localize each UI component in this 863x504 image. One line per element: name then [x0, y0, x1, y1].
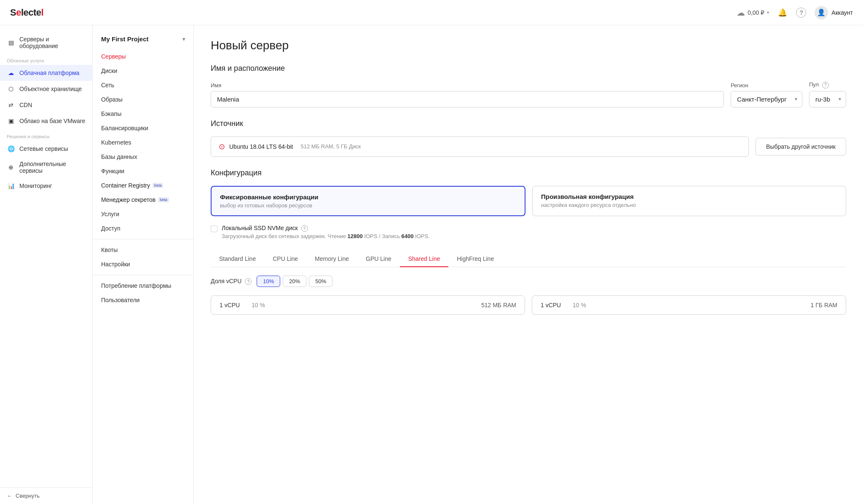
project-name: My First Project: [101, 35, 149, 43]
sidebar-item-object-storage[interactable]: ⬡ Объектное хранилище: [0, 81, 92, 97]
sidebar-item-servers[interactable]: ▤ Серверы и оборудование: [0, 32, 92, 53]
config-card-fixed[interactable]: Фиксированные конфигурации выбор из гото…: [211, 186, 525, 216]
logo-text: S: [10, 7, 16, 18]
sidebar-left: ▤ Серверы и оборудование Облачные услуги…: [0, 25, 93, 504]
sidebar-item-cloud[interactable]: ☁ Облачная платформа: [0, 65, 92, 81]
pool-group: Пул ? ru-3b ▾: [809, 81, 846, 107]
cloud-platform-icon: ☁: [7, 69, 15, 77]
sidebar-item-extra-services[interactable]: ⊕ Дополнительные сервисы: [0, 157, 92, 178]
help-icon[interactable]: ?: [796, 8, 806, 18]
section-config: Конфигурация: [211, 169, 846, 177]
nvme-help-icon[interactable]: ?: [301, 225, 308, 232]
server-card-pct-1: 10 %: [573, 302, 590, 308]
read-iops-value: 12800: [348, 233, 363, 239]
config-custom-desc: настройка каждого ресурса отдельно: [541, 202, 837, 208]
nvme-label: Локальный SSD NVMe диск ?: [222, 225, 430, 232]
object-storage-icon: ⬡: [7, 85, 15, 93]
nav-item-images[interactable]: Образы: [93, 92, 193, 107]
source-selected: ⊙ Ubuntu 18.04 LTS 64-bit 512 МБ RAM, 5 …: [211, 137, 749, 157]
write-iops-value: 6400: [402, 233, 414, 239]
tab-highfreq[interactable]: HighFreq Line: [448, 251, 502, 267]
pool-select[interactable]: ru-3b: [809, 91, 846, 107]
nvme-checkbox[interactable]: [211, 225, 217, 232]
project-chevron-icon[interactable]: ▾: [182, 36, 185, 42]
sidebar-item-network-services[interactable]: 🌐 Сетевые сервисы: [0, 141, 92, 157]
config-custom-title: Произвольная конфигурация: [541, 193, 837, 200]
nav-item-databases[interactable]: Базы данных: [93, 150, 193, 164]
vcpu-btn-50[interactable]: 50%: [309, 276, 332, 287]
nvme-label-group: Локальный SSD NVMe диск ? Загрузочный ди…: [222, 225, 430, 240]
arrow-left-icon: ←: [7, 493, 12, 499]
account-widget[interactable]: 👤 Аккаунт: [815, 6, 853, 19]
pool-help-icon[interactable]: ?: [822, 82, 829, 88]
balance-chevron-icon: ▾: [767, 10, 769, 15]
vcpu-help-icon[interactable]: ?: [245, 278, 252, 285]
secrets-badge: beta: [158, 197, 169, 202]
server-cards-row: 1 vCPU 10 % 512 МБ RAM 1 vCPU 10 % 1 ГБ …: [211, 295, 846, 315]
nav-item-services[interactable]: Услуги: [93, 207, 193, 221]
notifications-icon[interactable]: 🔔: [777, 8, 788, 18]
tab-memory[interactable]: Memory Line: [306, 251, 357, 267]
name-location-row: Имя Регион Санкт-Петербург ▾ Пул ?: [211, 81, 846, 107]
account-label: Аккаунт: [831, 9, 853, 16]
region-group: Регион Санкт-Петербург ▾: [731, 82, 802, 107]
logo: Selectel: [10, 7, 43, 18]
sidebar-item-vmware[interactable]: ▣ Облако на базе VMware: [0, 113, 92, 129]
vcpu-btn-20[interactable]: 20%: [283, 276, 306, 287]
cloud-icon: ☁: [737, 8, 745, 18]
sidebar-item-label: Сетевые сервисы: [19, 145, 68, 152]
nav-item-platform-usage[interactable]: Потребление платформы: [93, 279, 193, 293]
sidebar-collapse[interactable]: ← Свернуть: [0, 487, 92, 504]
balance-amount: 0,00 ₽: [748, 9, 764, 16]
server-card-cpu-0: 1 vCPU: [220, 302, 245, 308]
nav-item-quotas[interactable]: Квоты: [93, 243, 193, 257]
servers-icon: ▤: [7, 38, 15, 47]
network-services-icon: 🌐: [7, 145, 15, 153]
sidebar-item-label: Облако на базе VMware: [19, 118, 85, 124]
pool-label: Пул ?: [809, 81, 846, 88]
container-registry-label: Container Registry: [101, 182, 150, 189]
sidebar-item-cdn[interactable]: ⇄ CDN: [0, 97, 92, 113]
tab-gpu[interactable]: GPU Line: [357, 251, 400, 267]
sidebar-item-label: Объектное хранилище: [19, 86, 82, 92]
ubuntu-icon: ⊙: [219, 142, 225, 151]
nav-item-functions[interactable]: Функции: [93, 164, 193, 178]
nav-item-container-registry[interactable]: Container Registry beta: [93, 178, 193, 193]
nav-item-servers[interactable]: Серверы: [93, 49, 193, 64]
tab-cpu[interactable]: CPU Line: [264, 251, 306, 267]
balance-widget[interactable]: ☁ 0,00 ₽ ▾: [737, 8, 769, 18]
tab-shared[interactable]: Shared Line: [400, 251, 449, 267]
nav-item-kubernetes[interactable]: Kubernetes: [93, 135, 193, 150]
sidebar-item-label: CDN: [19, 102, 32, 108]
nav-item-disks[interactable]: Диски: [93, 64, 193, 78]
extra-services-icon: ⊕: [7, 163, 15, 172]
region-select[interactable]: Санкт-Петербург: [731, 91, 802, 107]
source-name: Ubuntu 18.04 LTS 64-bit: [229, 143, 293, 150]
config-cards: Фиксированные конфигурации выбор из гото…: [211, 186, 846, 216]
line-tabs: Standard Line CPU Line Memory Line GPU L…: [211, 251, 846, 267]
monitoring-icon: 📊: [7, 182, 15, 190]
server-card-1[interactable]: 1 vCPU 10 % 1 ГБ RAM: [532, 295, 846, 315]
server-card-0[interactable]: 1 vCPU 10 % 512 МБ RAM: [211, 295, 525, 315]
cdn-icon: ⇄: [7, 101, 15, 109]
name-input[interactable]: [211, 91, 724, 107]
nav-item-balancers[interactable]: Балансировщики: [93, 121, 193, 135]
sidebar-item-label: Серверы и оборудование: [19, 36, 86, 49]
name-label: Имя: [211, 82, 724, 88]
nav-item-network[interactable]: Сеть: [93, 78, 193, 92]
sidebar-item-monitoring[interactable]: 📊 Мониторинг: [0, 178, 92, 194]
nav-item-secrets[interactable]: Менеджер секретов beta: [93, 193, 193, 207]
main-content: Новый сервер Имя и расположение Имя Реги…: [194, 25, 863, 504]
config-card-custom[interactable]: Произвольная конфигурация настройка кажд…: [532, 186, 846, 216]
nav-item-backups[interactable]: Бэкапы: [93, 107, 193, 121]
server-card-ram-1: 1 ГБ RAM: [811, 302, 837, 308]
change-source-button[interactable]: Выбрать другой источник: [756, 138, 846, 155]
config-fixed-title: Фиксированные конфигурации: [220, 193, 516, 201]
nav-item-users[interactable]: Пользователи: [93, 293, 193, 307]
nav-item-settings[interactable]: Настройки: [93, 257, 193, 271]
vcpu-btn-10[interactable]: 10%: [257, 276, 280, 287]
nav-item-access[interactable]: Доступ: [93, 221, 193, 236]
nav-divider2: [93, 275, 193, 275]
tab-standard[interactable]: Standard Line: [211, 251, 264, 267]
vmware-icon: ▣: [7, 117, 15, 125]
